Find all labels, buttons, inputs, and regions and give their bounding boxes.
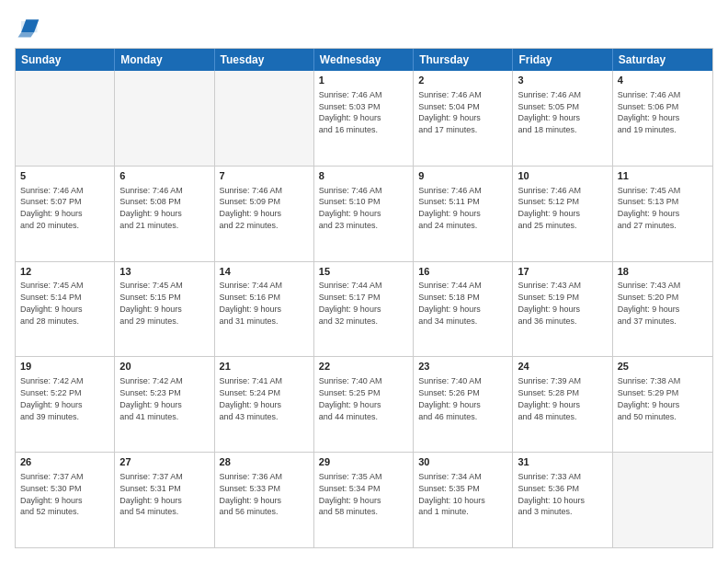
calendar-row-4: 26Sunrise: 7:37 AM Sunset: 5:30 PM Dayli…	[16, 452, 712, 547]
calendar-cell: 24Sunrise: 7:39 AM Sunset: 5:28 PM Dayli…	[513, 357, 612, 452]
day-number: 14	[220, 265, 309, 279]
calendar-row-3: 19Sunrise: 7:42 AM Sunset: 5:22 PM Dayli…	[16, 356, 712, 452]
day-number: 25	[618, 360, 708, 373]
calendar-cell: 1Sunrise: 7:46 AM Sunset: 5:03 PM Daylig…	[314, 71, 414, 166]
calendar-cell: 7Sunrise: 7:46 AM Sunset: 5:09 PM Daylig…	[215, 167, 314, 261]
calendar-cell: 13Sunrise: 7:45 AM Sunset: 5:15 PM Dayli…	[115, 262, 214, 357]
header-day-saturday: Saturday	[613, 49, 712, 71]
day-number: 26	[20, 455, 109, 469]
header-day-monday: Monday	[115, 49, 214, 71]
day-number: 8	[319, 169, 408, 183]
day-info: Sunrise: 7:45 AM Sunset: 5:14 PM Dayligh…	[20, 281, 84, 325]
day-number: 6	[119, 169, 209, 183]
calendar-row-0: 1Sunrise: 7:46 AM Sunset: 5:03 PM Daylig…	[16, 71, 712, 166]
day-info: Sunrise: 7:36 AM Sunset: 5:33 PM Dayligh…	[220, 472, 283, 516]
header-day-sunday: Sunday	[16, 49, 115, 71]
day-info: Sunrise: 7:45 AM Sunset: 5:13 PM Dayligh…	[618, 186, 681, 230]
day-number: 22	[319, 360, 408, 373]
calendar-cell: 9Sunrise: 7:46 AM Sunset: 5:11 PM Daylig…	[414, 167, 513, 261]
calendar-cell: 20Sunrise: 7:42 AM Sunset: 5:23 PM Dayli…	[115, 357, 214, 452]
calendar-cell: 31Sunrise: 7:33 AM Sunset: 5:36 PM Dayli…	[513, 453, 612, 547]
calendar-cell: 25Sunrise: 7:38 AM Sunset: 5:29 PM Dayli…	[613, 357, 712, 452]
day-number: 23	[418, 360, 507, 373]
day-number: 19	[20, 360, 109, 373]
day-number: 7	[220, 169, 309, 183]
day-info: Sunrise: 7:44 AM Sunset: 5:16 PM Dayligh…	[220, 281, 283, 325]
day-number: 27	[119, 455, 209, 469]
day-info: Sunrise: 7:33 AM Sunset: 5:36 PM Dayligh…	[518, 472, 585, 516]
calendar-cell: 17Sunrise: 7:43 AM Sunset: 5:19 PM Dayli…	[513, 262, 612, 357]
calendar-cell: 2Sunrise: 7:46 AM Sunset: 5:04 PM Daylig…	[414, 71, 513, 166]
day-number: 10	[518, 169, 607, 183]
day-info: Sunrise: 7:43 AM Sunset: 5:20 PM Dayligh…	[618, 281, 681, 325]
calendar-cell: 10Sunrise: 7:46 AM Sunset: 5:12 PM Dayli…	[513, 167, 612, 261]
day-info: Sunrise: 7:46 AM Sunset: 5:12 PM Dayligh…	[518, 186, 581, 230]
calendar-cell: 5Sunrise: 7:46 AM Sunset: 5:07 PM Daylig…	[16, 167, 115, 261]
day-number: 29	[319, 455, 408, 469]
header-day-thursday: Thursday	[414, 49, 513, 71]
header-day-wednesday: Wednesday	[314, 49, 414, 71]
calendar-cell: 11Sunrise: 7:45 AM Sunset: 5:13 PM Dayli…	[613, 167, 712, 261]
day-info: Sunrise: 7:46 AM Sunset: 5:06 PM Dayligh…	[618, 90, 681, 134]
day-info: Sunrise: 7:46 AM Sunset: 5:08 PM Dayligh…	[119, 186, 183, 230]
calendar-cell: 28Sunrise: 7:36 AM Sunset: 5:33 PM Dayli…	[215, 453, 314, 547]
page: SundayMondayTuesdayWednesdayThursdayFrid…	[0, 0, 728, 563]
day-info: Sunrise: 7:42 AM Sunset: 5:22 PM Dayligh…	[20, 376, 84, 420]
calendar-cell: 22Sunrise: 7:40 AM Sunset: 5:25 PM Dayli…	[314, 357, 414, 452]
day-info: Sunrise: 7:34 AM Sunset: 5:35 PM Dayligh…	[418, 472, 485, 516]
day-info: Sunrise: 7:40 AM Sunset: 5:26 PM Dayligh…	[418, 376, 482, 420]
day-info: Sunrise: 7:46 AM Sunset: 5:09 PM Dayligh…	[220, 186, 283, 230]
svg-marker-2	[18, 32, 35, 37]
day-number: 28	[220, 455, 309, 469]
calendar-cell: 3Sunrise: 7:46 AM Sunset: 5:05 PM Daylig…	[513, 71, 612, 166]
calendar-cell: 6Sunrise: 7:46 AM Sunset: 5:08 PM Daylig…	[115, 167, 214, 261]
calendar-cell	[613, 453, 712, 547]
day-info: Sunrise: 7:41 AM Sunset: 5:24 PM Dayligh…	[220, 376, 283, 420]
day-info: Sunrise: 7:40 AM Sunset: 5:25 PM Dayligh…	[319, 376, 382, 420]
calendar-cell: 29Sunrise: 7:35 AM Sunset: 5:34 PM Dayli…	[314, 453, 414, 547]
day-number: 30	[418, 455, 507, 469]
day-number: 17	[518, 265, 607, 279]
calendar-cell: 15Sunrise: 7:44 AM Sunset: 5:17 PM Dayli…	[314, 262, 414, 357]
calendar-body: 1Sunrise: 7:46 AM Sunset: 5:03 PM Daylig…	[16, 71, 712, 547]
day-info: Sunrise: 7:37 AM Sunset: 5:30 PM Dayligh…	[20, 472, 84, 516]
calendar-cell: 21Sunrise: 7:41 AM Sunset: 5:24 PM Dayli…	[215, 357, 314, 452]
day-info: Sunrise: 7:46 AM Sunset: 5:05 PM Dayligh…	[518, 90, 581, 134]
calendar-cell	[215, 71, 314, 166]
day-info: Sunrise: 7:44 AM Sunset: 5:17 PM Dayligh…	[319, 281, 382, 325]
day-number: 13	[119, 265, 209, 279]
calendar-row-1: 5Sunrise: 7:46 AM Sunset: 5:07 PM Daylig…	[16, 166, 712, 261]
header-day-tuesday: Tuesday	[215, 49, 314, 71]
calendar-cell: 4Sunrise: 7:46 AM Sunset: 5:06 PM Daylig…	[613, 71, 712, 166]
calendar-cell	[16, 71, 115, 166]
day-info: Sunrise: 7:46 AM Sunset: 5:07 PM Dayligh…	[20, 186, 84, 230]
day-number: 18	[618, 265, 708, 279]
calendar: SundayMondayTuesdayWednesdayThursdayFrid…	[15, 48, 713, 548]
day-number: 12	[20, 265, 109, 279]
day-info: Sunrise: 7:44 AM Sunset: 5:18 PM Dayligh…	[418, 281, 482, 325]
day-info: Sunrise: 7:43 AM Sunset: 5:19 PM Dayligh…	[518, 281, 581, 325]
day-number: 24	[518, 360, 607, 373]
calendar-row-2: 12Sunrise: 7:45 AM Sunset: 5:14 PM Dayli…	[16, 261, 712, 357]
day-info: Sunrise: 7:37 AM Sunset: 5:31 PM Dayligh…	[119, 472, 183, 516]
calendar-cell: 26Sunrise: 7:37 AM Sunset: 5:30 PM Dayli…	[16, 453, 115, 547]
day-number: 21	[220, 360, 309, 373]
day-info: Sunrise: 7:46 AM Sunset: 5:10 PM Dayligh…	[319, 186, 382, 230]
day-number: 4	[618, 74, 708, 87]
calendar-cell: 8Sunrise: 7:46 AM Sunset: 5:10 PM Daylig…	[314, 167, 414, 261]
day-info: Sunrise: 7:35 AM Sunset: 5:34 PM Dayligh…	[319, 472, 382, 516]
day-number: 2	[418, 74, 507, 87]
day-number: 5	[20, 169, 109, 183]
calendar-cell: 14Sunrise: 7:44 AM Sunset: 5:16 PM Dayli…	[215, 262, 314, 357]
day-info: Sunrise: 7:46 AM Sunset: 5:03 PM Dayligh…	[319, 90, 382, 134]
day-number: 9	[418, 169, 507, 183]
calendar-cell: 23Sunrise: 7:40 AM Sunset: 5:26 PM Dayli…	[414, 357, 513, 452]
day-number: 11	[618, 169, 708, 183]
day-number: 15	[319, 265, 408, 279]
calendar-header: SundayMondayTuesdayWednesdayThursdayFrid…	[16, 49, 712, 71]
logo-icon	[15, 15, 40, 40]
header	[15, 15, 713, 40]
day-number: 31	[518, 455, 607, 469]
calendar-cell: 12Sunrise: 7:45 AM Sunset: 5:14 PM Dayli…	[16, 262, 115, 357]
calendar-cell: 19Sunrise: 7:42 AM Sunset: 5:22 PM Dayli…	[16, 357, 115, 452]
